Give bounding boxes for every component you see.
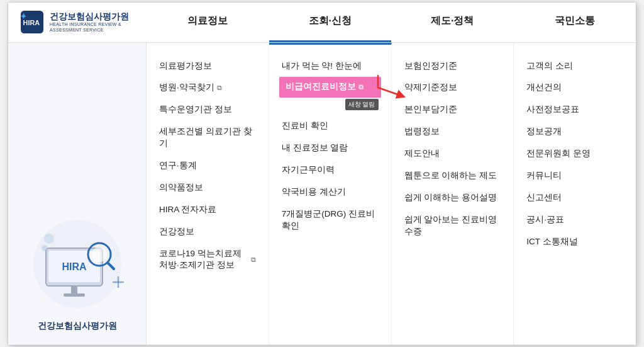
svg-point-13	[92, 247, 107, 262]
hira-illustration: HIRA	[27, 213, 128, 314]
menu-col-inquiry: 내가 먹는 약! 한눈에 비급여진료비정보 ⧉	[269, 43, 392, 344]
svg-text:HIRA: HIRA	[23, 19, 40, 26]
external-link-icon-1: ⧉	[217, 83, 222, 93]
svg-point-15	[44, 234, 54, 244]
menu-col-medical: 의료평가정보 병원·약국찾기 ⧉ 특수운영기관 정보 세부조건별 의료기관 찾기…	[147, 43, 269, 344]
menu-item-pharmacy-calc[interactable]: 약국비용 계산기	[279, 181, 381, 203]
nav-item-medical[interactable]: 의료정보	[147, 3, 269, 42]
menu-item-hospital-search[interactable]: 병원·약국찾기 ⧉	[157, 77, 258, 99]
menu-col-policy: 보험인정기준 약제기준정보 본인부담기준 법령정보 제도안내 웹툰으로 이해하는…	[392, 43, 514, 344]
menu-item-public-notice[interactable]: 공시·공표	[524, 209, 626, 231]
menu-item-fee-confirm[interactable]: 진료비 확인	[279, 115, 381, 137]
svg-rect-11	[64, 293, 85, 297]
svg-text:HIRA: HIRA	[62, 261, 87, 272]
header: HIRA 건강보험심사평가원 HEALTH INSURANCE REVIEW &…	[8, 3, 636, 43]
nav-item-inquiry[interactable]: 조회·신청	[269, 3, 392, 42]
menu-item-legislation[interactable]: 법령정보	[402, 121, 504, 143]
nav-item-citizen[interactable]: 국민소통	[514, 3, 636, 42]
menu-item-insurance-criteria[interactable]: 보험인정기준	[402, 55, 504, 77]
menu-item-research[interactable]: 연구·통계	[157, 155, 258, 177]
menu-item-health-info[interactable]: 건강정보	[157, 221, 258, 243]
external-link-icon-3: ⧉	[358, 82, 364, 92]
menu-item-ict-channel[interactable]: ICT 소통채널	[524, 231, 626, 253]
menu-item-my-medicine[interactable]: 내가 먹는 약! 한눈에	[279, 55, 381, 77]
menu-item-system-guide[interactable]: 제도안내	[402, 143, 504, 165]
arrow-indicator	[375, 72, 409, 100]
nav-item-policy[interactable]: 제도·정책	[391, 3, 514, 42]
menu-item-medicine-info[interactable]: 의약품정보	[157, 177, 258, 199]
menu-item-medicine-criteria[interactable]: 약제기준정보	[402, 77, 504, 99]
logo-area: HIRA 건강보험심사평가원 HEALTH INSURANCE REVIEW &…	[8, 3, 147, 42]
menu-col-citizen: 고객의 소리 개선건의 사전정보공표 정보공개 전문위원회 운영 커뮤니티 신고…	[514, 43, 636, 344]
external-link-icon-2: ⧉	[251, 255, 256, 265]
hira-label: 건강보험심사평가원	[38, 321, 117, 332]
menu-item-community[interactable]: 커뮤니티	[524, 165, 626, 187]
nav-area: 의료정보 조회·신청 제도·정책 국민소통	[147, 3, 636, 42]
left-promo: HIRA 건강보험심사평가원	[8, 43, 147, 344]
menu-item-covid[interactable]: 코로나19 먹는치료제 처방·조제기관 정보 ⧉	[157, 243, 258, 277]
menu-item-work-history[interactable]: 자기근무이력	[279, 159, 381, 181]
menu-item-info-disclosure[interactable]: 정보공개	[524, 121, 626, 143]
menu-item-expert-committee[interactable]: 전문위원회 운영	[524, 143, 626, 165]
menu-columns: 의료평가정보 병원·약국찾기 ⧉ 특수운영기관 정보 세부조건별 의료기관 찾기…	[147, 43, 636, 344]
menu-item-receipt-info[interactable]: 쉽게 알아보는 진료비영수증	[402, 209, 504, 243]
logo-icon: HIRA	[21, 11, 43, 33]
menu-item-webtoon[interactable]: 웹툰으로 이해하는 제도	[402, 165, 504, 187]
menu-item-terms-explain[interactable]: 쉽게 이해하는 용어설명	[402, 187, 504, 209]
menu-item-my-records[interactable]: 내 진료정보 열람	[279, 137, 381, 159]
mega-menu: HIRA 건강보험심사평가원 의료평가정보	[8, 43, 636, 345]
menu-item-pre-disclosure[interactable]: 사전정보공표	[524, 99, 626, 121]
menu-item-customer-voice[interactable]: 고객의 소리	[524, 55, 626, 77]
svg-point-16	[42, 245, 48, 251]
menu-item-detail-search[interactable]: 세부조건별 의료기관 찾기	[157, 121, 258, 155]
highlighted-item-wrapper: 비급여진료비정보 ⧉ 새창 열림	[279, 77, 381, 98]
menu-item-medical-eval[interactable]: 의료평가정보	[157, 55, 258, 77]
svg-rect-10	[71, 286, 77, 293]
menu-item-non-benefit[interactable]: 비급여진료비정보 ⧉	[279, 77, 381, 98]
main-window: HIRA 건강보험심사평가원 HEALTH INSURANCE REVIEW &…	[8, 2, 636, 346]
tooltip-badge: 새창 열림	[345, 99, 379, 110]
menu-item-hira-data[interactable]: HIRA 전자자료	[157, 199, 258, 221]
menu-item-copay-criteria[interactable]: 본인부담기준	[402, 99, 504, 121]
menu-item-improvement[interactable]: 개선건의	[524, 77, 626, 99]
menu-item-drg[interactable]: 7개질병군(DRG) 진료비 확인	[279, 203, 381, 237]
logo-text-wrap: 건강보험심사평가원 HEALTH INSURANCE REVIEW & ASSE…	[50, 11, 134, 33]
logo-subtitle: HEALTH INSURANCE REVIEW & ASSESSMENT SER…	[50, 21, 134, 33]
menu-item-special-org[interactable]: 특수운영기관 정보	[157, 99, 258, 121]
menu-item-report-center[interactable]: 신고센터	[524, 187, 626, 209]
logo-title: 건강보험심사평가원	[50, 11, 134, 22]
